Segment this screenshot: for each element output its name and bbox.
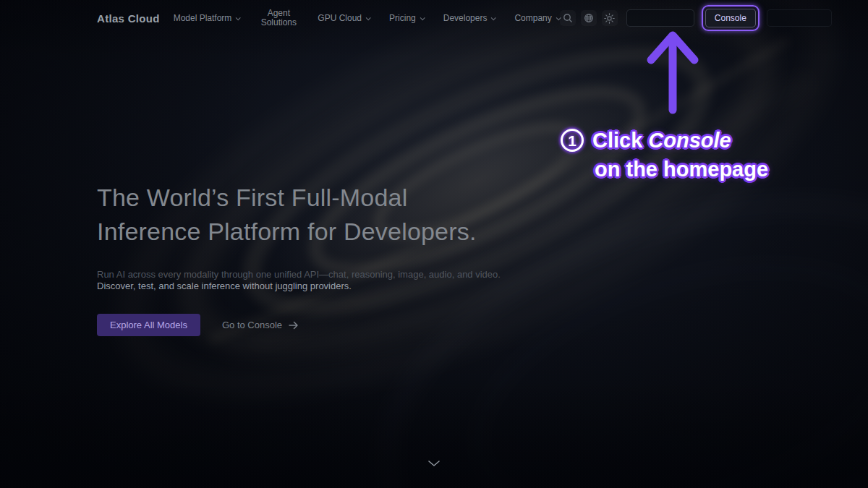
chevron-down-icon [366, 15, 371, 20]
nav-pill-left-button[interactable] [626, 9, 694, 27]
hero-title: The World’s First Full-Modal Inference P… [97, 181, 501, 249]
atlas-cloud-logo[interactable]: Atlas Cloud [97, 12, 160, 25]
globe-icon[interactable] [581, 10, 597, 26]
nav-item-agent-solutions[interactable]: Agent Solutions [259, 9, 298, 27]
chevron-down-icon [420, 15, 425, 20]
nav-links: Model Platform Agent Solutions GPU Cloud… [174, 9, 560, 27]
console-button-wrap: Console [705, 9, 756, 27]
arrow-right-icon [289, 321, 299, 330]
hero-subtitle-line2: Discover, test, and scale inference with… [97, 281, 501, 292]
nav-item-gpu-cloud[interactable]: GPU Cloud [318, 13, 370, 23]
nav-right-group: Console [560, 9, 832, 27]
hero-subtitle: Run AI across every modality through one… [97, 269, 501, 291]
hero-section: The World’s First Full-Modal Inference P… [97, 181, 501, 336]
nav-pill-right-button[interactable] [767, 9, 832, 27]
console-button[interactable]: Console [705, 9, 756, 27]
hero-cta-row: Explore All Models Go to Console [97, 314, 501, 336]
explore-all-models-button[interactable]: Explore All Models [97, 314, 200, 336]
chevron-down-icon [236, 15, 241, 20]
hero-subtitle-line1: Run AI across every modality through one… [97, 269, 501, 281]
nav-item-company[interactable]: Company [514, 13, 559, 23]
top-navbar: Atlas Cloud Model Platform Agent Solutio… [0, 0, 868, 36]
nav-item-pricing[interactable]: Pricing [389, 13, 424, 23]
nav-item-developers[interactable]: Developers [443, 13, 495, 23]
search-icon[interactable] [560, 10, 576, 26]
go-to-console-link[interactable]: Go to Console [222, 320, 299, 330]
chevron-down-icon [491, 15, 496, 20]
hero-title-line1: The World’s First Full-Modal [97, 184, 407, 211]
sun-icon[interactable] [602, 10, 618, 26]
scroll-down-chevron-icon [427, 457, 441, 470]
nav-item-model-platform[interactable]: Model Platform [174, 13, 240, 23]
hero-title-line2: Inference Platform for Developers. [97, 218, 477, 245]
